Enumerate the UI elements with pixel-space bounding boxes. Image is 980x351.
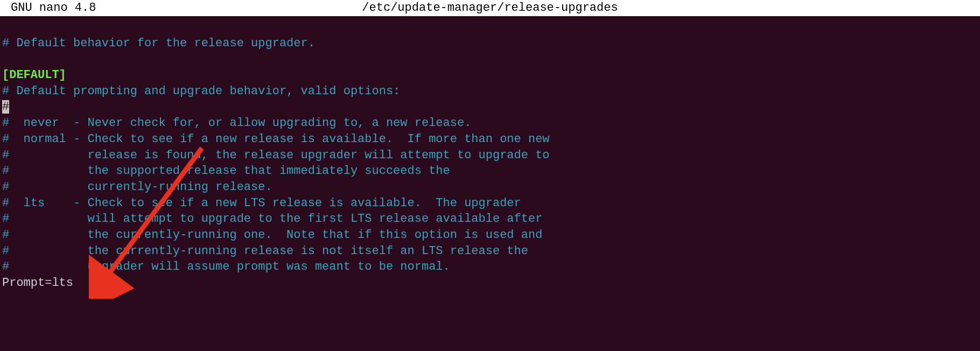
file-line: # the currently-running release is not i… — [2, 244, 528, 258]
file-line: # never - Never check for, or allow upgr… — [2, 116, 471, 130]
file-line: # upgrader will assume prompt was meant … — [2, 260, 450, 273]
file-line: # the supported release that immediately… — [2, 164, 450, 178]
titlebar-filename: /etc/update-manager/release-upgrades — [0, 0, 980, 16]
file-line-setting: Prompt=lts — [2, 276, 73, 290]
file-line: # currently-running release. — [2, 180, 272, 194]
editor-titlebar: /etc/update-manager/release-upgrades GNU… — [0, 0, 980, 16]
file-line: # Default prompting and upgrade behavior… — [2, 85, 400, 98]
cursor: # — [2, 100, 9, 114]
file-line-section: [DEFAULT] — [2, 68, 66, 82]
file-line: # normal - Check to see if a new release… — [2, 132, 550, 146]
editor-content[interactable]: # Default behavior for the release upgra… — [0, 16, 980, 294]
file-line: # release is found, the release upgrader… — [2, 149, 550, 162]
file-line: # the currently-running one. Note that i… — [2, 228, 542, 242]
titlebar-app-name: GNU nano 4.8 — [0, 0, 96, 16]
file-line: # Default behavior for the release upgra… — [2, 37, 315, 50]
file-line: # will attempt to upgrade to the first L… — [2, 212, 542, 226]
file-line: # lts - Check to see if a new LTS releas… — [2, 196, 521, 210]
